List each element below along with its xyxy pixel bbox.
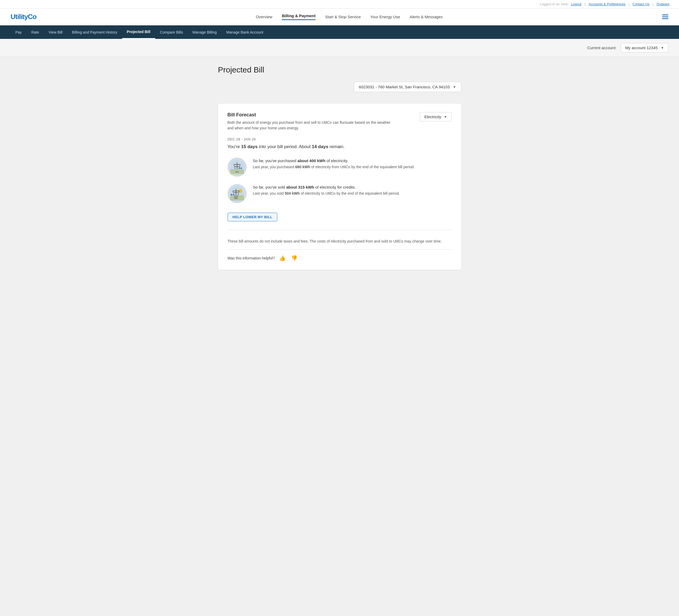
page-title: Projected Bill bbox=[218, 65, 264, 74]
account-selector[interactable]: My account 12345 ▼ bbox=[621, 43, 669, 52]
contact-link[interactable]: Contact Us bbox=[633, 2, 649, 6]
sold-lastyear-text: Last year, you sold bbox=[253, 191, 284, 195]
chevron-down-icon: ▼ bbox=[661, 46, 664, 50]
purchased-lastyear-kwh: 680 kWh bbox=[295, 165, 310, 169]
current-account-label: Current account: bbox=[587, 45, 617, 50]
service-name: Electricity bbox=[424, 115, 441, 119]
chevron-down-icon: ▼ bbox=[444, 115, 447, 119]
subnav-rate[interactable]: Rate bbox=[26, 26, 44, 39]
account-bar: Current account: My account 12345 ▼ bbox=[0, 39, 679, 57]
logged-in-text: Logged in as Jane bbox=[540, 2, 568, 6]
logout-link[interactable]: Logout bbox=[571, 2, 581, 6]
subnav-compare-bills[interactable]: Compare Bills bbox=[155, 26, 188, 39]
subnav-view-bill[interactable]: View Bill bbox=[44, 26, 67, 39]
sold-text2: of electricity for credits. bbox=[315, 185, 356, 189]
outages-link[interactable]: Outages bbox=[656, 2, 670, 6]
thumbs-down-button[interactable]: 👎 bbox=[290, 255, 299, 261]
purchased-lastyear-text: Last year, you purchased bbox=[253, 165, 294, 169]
svg-rect-21 bbox=[234, 198, 237, 199]
subnav-manage-billing[interactable]: Manage Billing bbox=[188, 26, 222, 39]
chevron-down-icon: ▼ bbox=[453, 85, 456, 89]
purchased-text1: So far, you've purchased bbox=[253, 158, 296, 163]
service-selector[interactable]: Electricity ▼ bbox=[420, 112, 451, 121]
page-content: Projected Bill 6023031 - 760 Market St, … bbox=[213, 65, 466, 270]
subnav-billing-history[interactable]: Billing and Payment History bbox=[67, 26, 122, 39]
logo[interactable]: UtilityCo bbox=[10, 13, 36, 21]
card-title: Bill Forecast bbox=[228, 112, 391, 118]
header: UtilityCo Overview Billing & Payment Sta… bbox=[0, 8, 679, 25]
sold-text1: So far, you've sold bbox=[253, 185, 285, 189]
subnav-manage-bank[interactable]: Manage Bank Account bbox=[222, 26, 268, 39]
subnav-projected-bill[interactable]: Projected Bill bbox=[122, 25, 155, 39]
hamburger-menu[interactable] bbox=[662, 14, 669, 19]
sold-row: So far, you've sold about 315 kWh of ele… bbox=[228, 184, 452, 203]
nav-billing-payment[interactable]: Billing & Payment bbox=[282, 13, 316, 20]
sold-lastyear-suffix: of electricity to UtilCo by the end of t… bbox=[301, 191, 400, 195]
sub-nav: Pay Rate View Bill Billing and Payment H… bbox=[0, 25, 679, 39]
sold-kwh: about 315 kWh bbox=[286, 185, 314, 189]
bill-summary: You're 15 days into your bill period. Ab… bbox=[228, 143, 452, 150]
svg-rect-10 bbox=[235, 172, 239, 173]
sold-icon bbox=[228, 184, 247, 203]
feedback-label: Was this information helpful? bbox=[228, 256, 275, 260]
bill-period: DEC 28 - JAN 26 bbox=[228, 137, 452, 141]
thumbs-up-button[interactable]: 👍 bbox=[278, 255, 287, 261]
feedback-section: Was this information helpful? 👍 👎 bbox=[228, 255, 452, 261]
days-remain: 14 days bbox=[312, 144, 328, 149]
help-lower-bill-button[interactable]: HELP LOWER MY BILL bbox=[228, 213, 278, 221]
divider bbox=[228, 230, 452, 230]
subnav-pay[interactable]: Pay bbox=[10, 26, 26, 39]
card-header: Bill Forecast Both the amount of energy … bbox=[228, 112, 452, 131]
divider-2 bbox=[228, 249, 452, 250]
address-text: 6023031 - 760 Market St, San Francisco, … bbox=[359, 85, 450, 89]
account-name: My account 12345 bbox=[625, 45, 658, 50]
disclaimer: These bill amounts do not include taxes … bbox=[228, 236, 452, 247]
card-title-section: Bill Forecast Both the amount of energy … bbox=[228, 112, 391, 131]
accounts-preferences-link[interactable]: Accounts & Preferences bbox=[589, 2, 625, 6]
purchased-lastyear-suffix: of electricity from UtilCo by the end of… bbox=[311, 165, 415, 169]
nav-alerts[interactable]: Alerts & Messages bbox=[410, 14, 443, 19]
address-selector[interactable]: 6023031 - 760 Market St, San Francisco, … bbox=[354, 82, 461, 92]
purchased-text2: of electricity. bbox=[326, 158, 348, 163]
sold-lastyear-kwh: 504 kWh bbox=[285, 191, 300, 195]
bill-forecast-card: Bill Forecast Both the amount of energy … bbox=[218, 104, 461, 270]
purchased-kwh: about 400 kWh bbox=[297, 158, 325, 163]
purchased-text: So far, you've purchased about 400 kWh o… bbox=[253, 158, 415, 170]
purchased-row: So far, you've purchased about 400 kWh o… bbox=[228, 158, 452, 177]
nav-start-stop[interactable]: Start & Stop Service bbox=[325, 14, 361, 19]
purchased-icon bbox=[228, 158, 247, 177]
main-nav: Overview Billing & Payment Start & Stop … bbox=[256, 13, 443, 20]
top-bar: Logged in as Jane Logout | Accounts & Pr… bbox=[0, 0, 679, 8]
card-description: Both the amount of energy you purchase f… bbox=[228, 120, 391, 131]
nav-overview[interactable]: Overview bbox=[256, 14, 272, 19]
sold-text: So far, you've sold about 315 kWh of ele… bbox=[253, 184, 400, 196]
nav-energy-use[interactable]: Your Energy Use bbox=[370, 14, 400, 19]
days-in: 15 days bbox=[241, 144, 257, 149]
